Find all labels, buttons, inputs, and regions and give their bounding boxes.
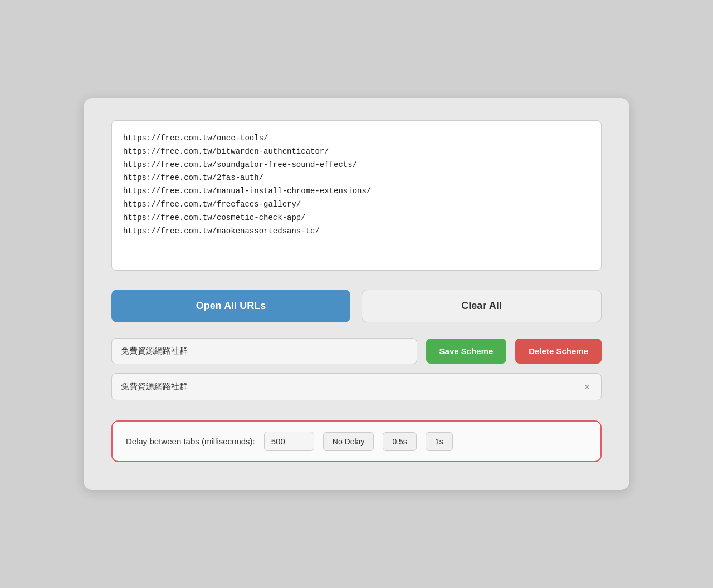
save-scheme-button[interactable]: Save Scheme [426, 339, 507, 364]
delay-section: Delay between tabs (milliseconds): No De… [111, 420, 602, 462]
clear-all-button[interactable]: Clear All [362, 290, 602, 322]
scheme-clear-icon[interactable]: × [582, 382, 592, 392]
scheme-selected-value: 免費資源網路社群 [121, 381, 582, 392]
scheme-name-input[interactable] [111, 338, 417, 364]
main-panel: https://free.com.tw/once-tools/ https://… [84, 98, 629, 490]
delete-scheme-button[interactable]: Delete Scheme [515, 339, 602, 364]
delay-label: Delay between tabs (milliseconds): [126, 437, 255, 446]
open-all-button[interactable]: Open All URLs [111, 290, 350, 322]
scheme-select-wrapper[interactable]: 免費資源網路社群 × [111, 373, 602, 400]
one-second-button[interactable]: 1s [426, 432, 453, 451]
url-textarea[interactable]: https://free.com.tw/once-tools/ https://… [111, 120, 602, 271]
half-second-button[interactable]: 0.5s [383, 432, 416, 451]
action-buttons-row: Open All URLs Clear All [111, 290, 602, 322]
no-delay-button[interactable]: No Delay [323, 432, 374, 451]
scheme-row: Save Scheme Delete Scheme [111, 338, 602, 364]
delay-input[interactable] [264, 432, 314, 451]
scheme-dropdown-row: 免費資源網路社群 × [111, 373, 602, 400]
